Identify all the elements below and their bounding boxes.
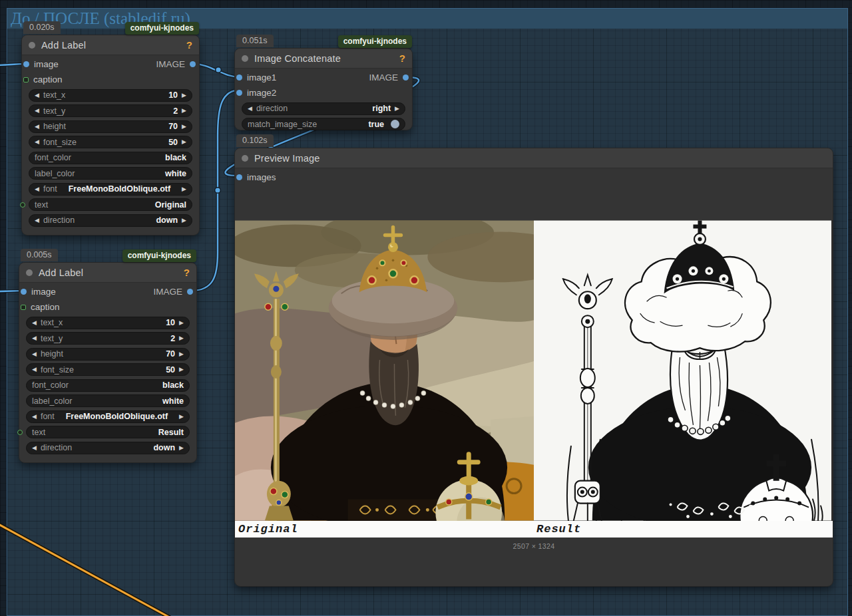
execution-time-badge: 0.102s bbox=[236, 134, 274, 147]
image-seam bbox=[831, 220, 833, 521]
portrait-painted bbox=[235, 220, 534, 521]
caption-strip: Original Result bbox=[235, 521, 833, 538]
stepper-left-icon[interactable]: ◀ bbox=[35, 92, 39, 98]
stepper-left-icon[interactable]: ◀ bbox=[35, 124, 39, 130]
stepper-left-icon[interactable]: ◀ bbox=[32, 335, 37, 341]
stepper-right-icon[interactable]: ▶ bbox=[182, 139, 186, 145]
output-socket-image[interactable] bbox=[190, 61, 196, 67]
output-socket-image[interactable] bbox=[187, 289, 193, 295]
input-socket-image2[interactable] bbox=[236, 90, 242, 96]
stepper-right-icon[interactable]: ▶ bbox=[182, 186, 186, 192]
caption-result: Result bbox=[536, 523, 581, 536]
widget-text[interactable]: text Original bbox=[29, 198, 192, 211]
widget-match-image-size[interactable]: match_image_size true bbox=[242, 118, 405, 130]
stepper-right-icon[interactable]: ▶ bbox=[395, 106, 399, 112]
widget-text-x[interactable]: ◀ text_x 10 ▶ bbox=[29, 89, 192, 102]
stepper-left-icon[interactable]: ◀ bbox=[35, 186, 39, 192]
input-label: image bbox=[34, 59, 59, 69]
output-label: IMAGE bbox=[369, 73, 398, 82]
node-header[interactable]: Add Label ? bbox=[22, 35, 199, 55]
preview-image-output[interactable]: Original Result bbox=[235, 220, 833, 538]
execution-time-badge: 0.020s bbox=[23, 21, 61, 34]
stepper-right-icon[interactable]: ▶ bbox=[182, 92, 186, 98]
widget-height[interactable]: ◀ height 70 ▶ bbox=[29, 120, 192, 133]
widget-label-color[interactable]: label_color white bbox=[26, 394, 190, 407]
stepper-left-icon[interactable]: ◀ bbox=[35, 108, 39, 114]
caption-original: Original bbox=[238, 523, 298, 536]
widget-direction[interactable]: ◀ direction down ▶ bbox=[26, 442, 190, 454]
node-pack-badge: comfyui-kjnodes bbox=[338, 35, 412, 48]
node-pack-badge: comfyui-kjnodes bbox=[125, 22, 199, 35]
input-socket-images[interactable] bbox=[236, 174, 242, 180]
execution-time-badge: 0.051s bbox=[236, 35, 274, 47]
node-pack-badge: comfyui-kjnodes bbox=[122, 249, 196, 262]
widget-text-y[interactable]: ◀ text_y 2 ▶ bbox=[26, 332, 190, 345]
input-socket-text[interactable] bbox=[20, 202, 25, 208]
stepper-right-icon[interactable]: ▶ bbox=[179, 445, 184, 451]
collapse-dot-icon[interactable] bbox=[242, 155, 248, 162]
portrait-lineart bbox=[534, 220, 833, 521]
output-socket-image[interactable] bbox=[403, 75, 409, 80]
node-header[interactable]: Preview Image bbox=[235, 148, 833, 168]
stepper-left-icon[interactable]: ◀ bbox=[32, 367, 37, 373]
widget-text-x[interactable]: ◀ text_x 10 ▶ bbox=[26, 317, 190, 329]
input-label: image bbox=[31, 287, 56, 297]
preview-image-result[interactable] bbox=[534, 220, 833, 538]
collapse-dot-icon[interactable] bbox=[29, 42, 35, 49]
widget-font-size[interactable]: ◀ font_size 50 ▶ bbox=[29, 136, 192, 148]
help-icon[interactable]: ? bbox=[184, 267, 190, 278]
input-socket-image[interactable] bbox=[23, 61, 29, 67]
input-socket-caption[interactable] bbox=[23, 77, 29, 82]
image-dimensions-label: 2507 × 1324 bbox=[235, 542, 833, 550]
stepper-left-icon[interactable]: ◀ bbox=[32, 351, 37, 357]
node-header[interactable]: Image Concatenate ? bbox=[235, 49, 412, 69]
widget-label-color[interactable]: label_color white bbox=[29, 167, 192, 180]
widget-font[interactable]: ◀ font FreeMonoBoldOblique.otf ▶ bbox=[29, 183, 192, 196]
stepper-right-icon[interactable]: ▶ bbox=[179, 351, 184, 357]
collapse-dot-icon[interactable] bbox=[242, 55, 248, 62]
widget-text[interactable]: text Result bbox=[26, 426, 190, 438]
node-header[interactable]: Add Label ? bbox=[19, 263, 196, 283]
stepper-right-icon[interactable]: ▶ bbox=[179, 414, 184, 420]
stepper-right-icon[interactable]: ▶ bbox=[179, 335, 184, 341]
collapse-dot-icon[interactable] bbox=[26, 269, 33, 276]
toggle-knob-icon[interactable] bbox=[391, 120, 399, 128]
stepper-left-icon[interactable]: ◀ bbox=[35, 218, 39, 224]
stepper-right-icon[interactable]: ▶ bbox=[182, 124, 186, 130]
input-label: image1 bbox=[247, 73, 276, 82]
node-title: Preview Image bbox=[254, 153, 320, 164]
stepper-left-icon[interactable]: ◀ bbox=[32, 445, 37, 451]
output-label: IMAGE bbox=[153, 287, 182, 297]
node-preview-image[interactable]: 0.102s Preview Image images bbox=[234, 148, 833, 587]
widget-font[interactable]: ◀ font FreeMonoBoldOblique.otf ▶ bbox=[26, 410, 190, 423]
preview-image-original[interactable] bbox=[235, 220, 534, 538]
widget-direction[interactable]: ◀ direction down ▶ bbox=[29, 214, 192, 227]
node-add-label-2[interactable]: 0.005s comfyui-kjnodes Add Label ? image… bbox=[19, 262, 197, 463]
widget-text-y[interactable]: ◀ text_y 2 ▶ bbox=[29, 104, 192, 117]
input-label: images bbox=[247, 172, 276, 182]
stepper-left-icon[interactable]: ◀ bbox=[32, 414, 37, 420]
stepper-right-icon[interactable]: ▶ bbox=[182, 218, 186, 224]
input-label: caption bbox=[33, 75, 63, 84]
widget-direction[interactable]: ◀ direction right ▶ bbox=[242, 102, 405, 115]
stepper-right-icon[interactable]: ▶ bbox=[179, 367, 184, 373]
stepper-left-icon[interactable]: ◀ bbox=[35, 139, 39, 145]
widget-font-color[interactable]: font_color black bbox=[26, 379, 190, 392]
widget-font-color[interactable]: font_color black bbox=[29, 152, 192, 164]
input-socket-caption[interactable] bbox=[21, 305, 26, 310]
help-icon[interactable]: ? bbox=[186, 39, 192, 51]
output-label: IMAGE bbox=[156, 59, 185, 69]
node-add-label-1[interactable]: 0.020s comfyui-kjnodes Add Label ? image… bbox=[21, 35, 200, 235]
input-label: caption bbox=[31, 302, 60, 312]
stepper-left-icon[interactable]: ◀ bbox=[32, 320, 37, 326]
node-image-concatenate[interactable]: 0.051s comfyui-kjnodes Image Concatenate… bbox=[234, 48, 413, 130]
stepper-left-icon[interactable]: ◀ bbox=[248, 106, 252, 112]
widget-font-size[interactable]: ◀ font_size 50 ▶ bbox=[26, 363, 190, 376]
stepper-right-icon[interactable]: ▶ bbox=[182, 108, 186, 114]
stepper-right-icon[interactable]: ▶ bbox=[179, 320, 184, 326]
widget-height[interactable]: ◀ height 70 ▶ bbox=[26, 348, 190, 361]
input-socket-image[interactable] bbox=[21, 289, 27, 295]
input-socket-text[interactable] bbox=[17, 430, 23, 435]
input-socket-image1[interactable] bbox=[236, 75, 242, 80]
help-icon[interactable]: ? bbox=[399, 53, 405, 64]
